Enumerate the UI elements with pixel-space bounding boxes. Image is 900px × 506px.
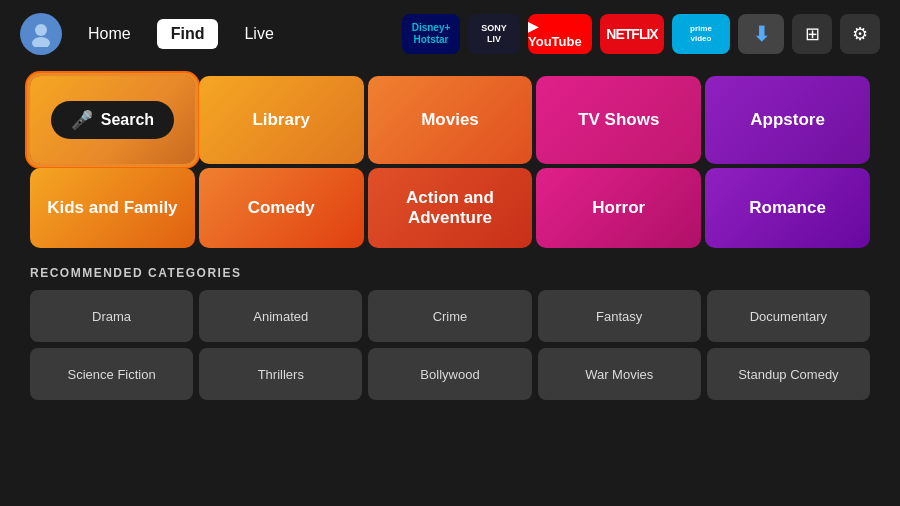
action-tile[interactable]: Action and Adventure <box>368 168 533 248</box>
prime-app-icon[interactable]: primevideo <box>672 14 730 54</box>
rec-tile-label: Fantasy <box>596 309 642 324</box>
top-nav: Home Find Live Disney+Hotstar SONYLIV ▶ … <box>0 0 900 68</box>
rec-tile-label: Science Fiction <box>68 367 156 382</box>
sonyliv-label: SONYLIV <box>481 23 507 45</box>
category-grid: 🎤 Search Library Movies TV Shows Appstor… <box>30 76 870 248</box>
main-content: 🎤 Search Library Movies TV Shows Appstor… <box>0 68 900 400</box>
netflix-label: NETFLIX <box>606 26 657 42</box>
rec-tile[interactable]: Standup Comedy <box>707 348 870 400</box>
tvshows-tile[interactable]: TV Shows <box>536 76 701 164</box>
comedy-label: Comedy <box>248 198 315 218</box>
movies-tile[interactable]: Movies <box>368 76 533 164</box>
tvshows-label: TV Shows <box>578 110 659 130</box>
rec-tile-label: Thrillers <box>258 367 304 382</box>
rec-tile-label: War Movies <box>585 367 653 382</box>
movies-label: Movies <box>421 110 479 130</box>
find-button[interactable]: Find <box>157 19 219 49</box>
live-button[interactable]: Live <box>230 19 287 49</box>
comedy-tile[interactable]: Comedy <box>199 168 364 248</box>
recommended-section: RECOMMENDED CATEGORIES DramaAnimatedCrim… <box>30 266 870 400</box>
app-icons-bar: Disney+Hotstar SONYLIV ▶ YouTube NETFLIX… <box>402 14 880 54</box>
home-button[interactable]: Home <box>74 19 145 49</box>
rec-tile[interactable]: Animated <box>199 290 362 342</box>
settings-button[interactable]: ⚙ <box>840 14 880 54</box>
svg-point-0 <box>35 24 47 36</box>
rec-tile-label: Standup Comedy <box>738 367 838 382</box>
rec-grid: DramaAnimatedCrimeFantasyDocumentaryScie… <box>30 290 870 400</box>
kids-label: Kids and Family <box>41 198 183 218</box>
rec-tile-label: Animated <box>253 309 308 324</box>
romance-label: Romance <box>749 198 826 218</box>
youtube-label: ▶ YouTube <box>528 19 592 49</box>
rec-tile[interactable]: Documentary <box>707 290 870 342</box>
appstore-tile[interactable]: Appstore <box>705 76 870 164</box>
search-label: Search <box>101 111 154 129</box>
svg-point-1 <box>32 37 50 47</box>
rec-tile[interactable]: Science Fiction <box>30 348 193 400</box>
library-label: Library <box>252 110 310 130</box>
library-tile[interactable]: Library <box>199 76 364 164</box>
prime-label: primevideo <box>690 24 712 43</box>
search-pill: 🎤 Search <box>51 101 174 139</box>
avatar[interactable] <box>20 13 62 55</box>
rec-tile[interactable]: War Movies <box>538 348 701 400</box>
appstore-label: Appstore <box>750 110 825 130</box>
rec-tile[interactable]: Bollywood <box>368 348 531 400</box>
rec-tile[interactable]: Thrillers <box>199 348 362 400</box>
downloader-app-icon[interactable]: ⬇ <box>738 14 784 54</box>
rec-tile[interactable]: Crime <box>368 290 531 342</box>
rec-tile-label: Bollywood <box>420 367 479 382</box>
disney-label: Disney+Hotstar <box>412 22 451 46</box>
mic-icon: 🎤 <box>71 109 93 131</box>
recommended-title: RECOMMENDED CATEGORIES <box>30 266 870 280</box>
youtube-app-icon[interactable]: ▶ YouTube <box>528 14 592 54</box>
kids-tile[interactable]: Kids and Family <box>30 168 195 248</box>
horror-tile[interactable]: Horror <box>536 168 701 248</box>
action-label: Action and Adventure <box>368 188 533 228</box>
downloader-label: ⬇ <box>753 22 770 46</box>
rec-tile-label: Crime <box>433 309 468 324</box>
sonyliv-app-icon[interactable]: SONYLIV <box>468 14 520 54</box>
rec-tile[interactable]: Fantasy <box>538 290 701 342</box>
rec-tile-label: Documentary <box>750 309 827 324</box>
search-tile[interactable]: 🎤 Search <box>30 76 195 164</box>
disney-app-icon[interactable]: Disney+Hotstar <box>402 14 460 54</box>
horror-label: Horror <box>592 198 645 218</box>
rec-tile-label: Drama <box>92 309 131 324</box>
romance-tile[interactable]: Romance <box>705 168 870 248</box>
rec-tile[interactable]: Drama <box>30 290 193 342</box>
grid-button[interactable]: ⊞ <box>792 14 832 54</box>
netflix-app-icon[interactable]: NETFLIX <box>600 14 664 54</box>
